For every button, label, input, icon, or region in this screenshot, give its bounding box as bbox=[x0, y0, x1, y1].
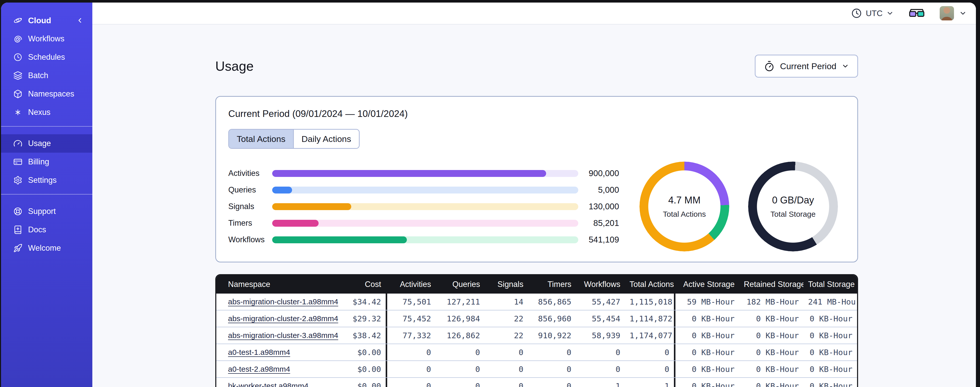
sidebar-item-welcome[interactable]: Welcome bbox=[1, 239, 92, 257]
sidebar-item-label: Docs bbox=[28, 225, 46, 234]
sidebar-section: UsageBillingSettings bbox=[1, 126, 92, 189]
cell-active-storage: 0 KB-Hour bbox=[675, 314, 739, 323]
card-title: Current Period (09/01/2024 — 10/01/2024) bbox=[228, 109, 845, 119]
cell-workflows: 1 bbox=[576, 381, 625, 387]
cell-total-actions: 1,174,077 bbox=[625, 331, 674, 340]
sidebar-item-batch[interactable]: Batch bbox=[1, 66, 92, 85]
app-window: Cloud WorkflowsSchedulesBatchNamespacesN… bbox=[1, 3, 976, 387]
cell-total-actions: 0 bbox=[625, 365, 674, 374]
spiral-icon bbox=[13, 34, 22, 43]
bar-row-timers: Timers85,201 bbox=[228, 220, 619, 227]
bar-fill bbox=[272, 170, 546, 177]
bar-row-workflows: Workflows541,109 bbox=[228, 237, 619, 243]
namespace-cell: a0-test-2.a98mm4 bbox=[216, 365, 339, 374]
sidebar-item-usage[interactable]: Usage bbox=[1, 134, 92, 153]
namespace-cell: a0-test-1.a98mm4 bbox=[216, 348, 339, 357]
cell-timers: 910,922 bbox=[528, 331, 576, 340]
donut-value: 0 GB/Day bbox=[772, 195, 814, 206]
sidebar-item-namespaces[interactable]: Namespaces bbox=[1, 85, 92, 103]
cell-retained-storage: 0 KB-Hour bbox=[739, 314, 803, 323]
period-button-label: Current Period bbox=[780, 61, 837, 71]
cell-active-storage: 0 KB-Hour bbox=[675, 365, 739, 374]
sidebar-item-settings[interactable]: Settings bbox=[1, 171, 92, 189]
column-header-queries: Queries bbox=[436, 280, 485, 289]
bar-row-signals: Signals130,000 bbox=[228, 203, 619, 210]
bar-value: 900,000 bbox=[586, 168, 619, 178]
donut-label: Total Storage bbox=[771, 210, 816, 219]
sidebar-item-label: Nexus bbox=[28, 108, 51, 117]
cell-activities: 75,501 bbox=[387, 297, 436, 306]
cell-timers: 856,960 bbox=[528, 314, 576, 323]
sidebar-nav: WorkflowsSchedulesBatchNamespacesNexusUs… bbox=[1, 30, 92, 257]
donut-total-actions: 4.7 MMTotal Actions bbox=[640, 162, 729, 251]
sidebar-item-label: Usage bbox=[28, 139, 51, 148]
clock-icon bbox=[851, 8, 862, 19]
bar-value: 85,201 bbox=[586, 218, 619, 228]
sidebar-brand[interactable]: Cloud bbox=[1, 11, 92, 30]
period-selector-button[interactable]: Current Period bbox=[755, 54, 858, 78]
timezone-selector[interactable]: UTC bbox=[851, 8, 894, 19]
page-content: Usage Current Period Current Period (09/… bbox=[92, 24, 976, 387]
brand-label: Cloud bbox=[28, 16, 51, 25]
box-icon bbox=[13, 90, 22, 99]
user-avatar[interactable] bbox=[940, 6, 954, 21]
sidebar-item-label: Workflows bbox=[28, 34, 64, 43]
column-header-signals: Signals bbox=[485, 280, 528, 289]
column-header-total-storage: Total Storage bbox=[803, 280, 857, 289]
usage-bar-chart: Activities900,000Queries5,000Signals130,… bbox=[228, 170, 619, 243]
cell-queries: 127,211 bbox=[436, 297, 485, 306]
sidebar-item-workflows[interactable]: Workflows bbox=[1, 30, 92, 48]
sidebar-item-schedules[interactable]: Schedules bbox=[1, 48, 92, 66]
sidebar-item-docs[interactable]: Docs bbox=[1, 221, 92, 239]
column-header-total-actions: Total Actions bbox=[625, 280, 674, 289]
cell-signals: 0 bbox=[485, 381, 528, 387]
namespace-link[interactable]: abs-migration-cluster-2.a98mm4 bbox=[228, 314, 338, 323]
table-row: bk-worker-test.a98mm4$0.000000110 KB-Hou… bbox=[216, 377, 857, 387]
layers-icon bbox=[13, 71, 22, 80]
cell-cost: $0.00 bbox=[339, 381, 386, 387]
namespace-link[interactable]: abs-migration-cluster-3.a98mm4 bbox=[228, 331, 338, 339]
sidebar-divider bbox=[1, 126, 92, 126]
bar-row-activities: Activities900,000 bbox=[228, 170, 619, 177]
bar-label: Signals bbox=[228, 202, 272, 211]
donut-value: 4.7 MM bbox=[668, 195, 701, 206]
table-row: a0-test-1.a98mm4$0.000000000 KB-Hour0 KB… bbox=[216, 344, 857, 360]
sidebar-item-billing[interactable]: Billing bbox=[1, 153, 92, 171]
sidebar-item-support[interactable]: Support bbox=[1, 202, 92, 221]
bar-track bbox=[272, 203, 578, 210]
cell-retained-storage: 0 KB-Hour bbox=[739, 348, 803, 357]
account-menu[interactable] bbox=[940, 6, 967, 21]
cell-total-storage: 0 KB-Hour bbox=[803, 314, 857, 323]
cell-total-actions: 1,114,872 bbox=[625, 314, 674, 323]
namespace-link[interactable]: a0-test-2.a98mm4 bbox=[228, 365, 290, 373]
cell-total-actions: 1 bbox=[625, 381, 674, 387]
glasses-icon-button[interactable] bbox=[908, 7, 925, 19]
cell-cost: $29.32 bbox=[339, 314, 386, 323]
tab-total-actions[interactable]: Total Actions bbox=[229, 130, 293, 148]
namespace-link[interactable]: abs-migration-cluster-1.a98mm4 bbox=[228, 297, 338, 306]
namespace-link[interactable]: a0-test-1.a98mm4 bbox=[228, 348, 290, 357]
cell-timers: 856,865 bbox=[528, 297, 576, 306]
cell-workflows: 58,939 bbox=[576, 331, 625, 340]
tab-daily-actions[interactable]: Daily Actions bbox=[293, 130, 359, 148]
sidebar-collapse-icon[interactable] bbox=[76, 17, 84, 24]
usage-charts: Activities900,000Queries5,000Signals130,… bbox=[228, 162, 845, 251]
sidebar-item-label: Batch bbox=[28, 71, 48, 80]
sidebar-section: SupportDocsWelcome bbox=[1, 194, 92, 257]
bar-label: Activities bbox=[228, 169, 272, 178]
cell-timers: 0 bbox=[528, 381, 576, 387]
book-plus-icon bbox=[13, 225, 22, 234]
cell-signals: 0 bbox=[485, 348, 528, 357]
timezone-label: UTC bbox=[866, 9, 883, 18]
namespace-cell: bk-worker-test.a98mm4 bbox=[216, 381, 339, 387]
sidebar-item-label: Billing bbox=[28, 157, 49, 166]
sidebar-item-nexus[interactable]: Nexus bbox=[1, 103, 92, 122]
cell-timers: 0 bbox=[528, 348, 576, 357]
life-buoy-icon bbox=[13, 207, 22, 216]
cell-active-storage: 0 KB-Hour bbox=[675, 381, 739, 387]
cell-activities: 77,332 bbox=[387, 331, 436, 340]
cell-total-storage: 0 KB-Hour bbox=[803, 348, 857, 357]
bar-fill bbox=[272, 187, 292, 194]
namespace-link[interactable]: bk-worker-test.a98mm4 bbox=[228, 382, 309, 387]
cell-cost: $0.00 bbox=[339, 365, 386, 374]
